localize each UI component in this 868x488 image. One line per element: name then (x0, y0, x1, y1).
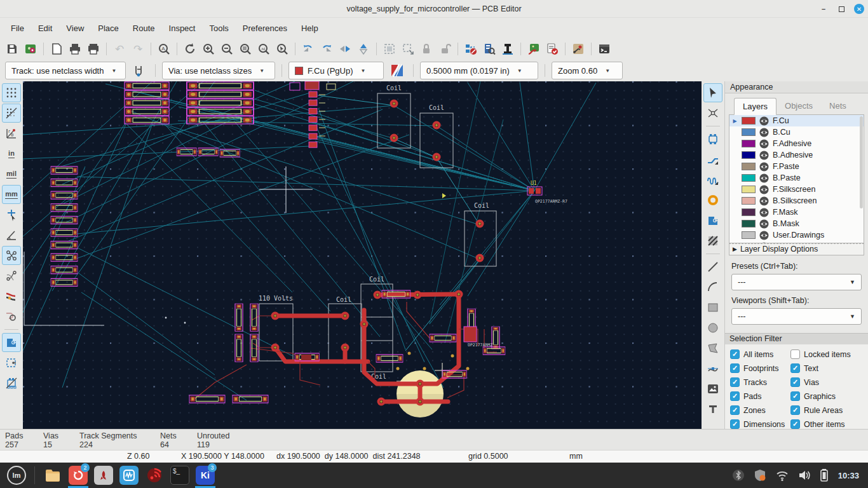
pcb-canvas[interactable]: Coil Coil Coil Coil Coil Coil 110 Volts (23, 81, 702, 429)
undo-icon[interactable]: ↶ (111, 41, 128, 57)
polar-coords-icon[interactable]: rθ (2, 124, 21, 143)
layer-dropdown[interactable]: F.Cu (PgUp)▼ (288, 62, 384, 79)
line-tool-icon[interactable] (703, 257, 722, 276)
layer-row[interactable]: B.Mask (729, 218, 864, 229)
scripting-console-icon[interactable] (596, 41, 613, 57)
layer-color-swatch[interactable] (742, 174, 756, 182)
visibility-eye-icon[interactable] (759, 219, 769, 229)
filter-vias[interactable]: Vias (790, 377, 865, 387)
print-icon[interactable] (67, 41, 83, 57)
track-width-value-dropdown[interactable]: 0.5000 mm (0.0197 in)▼ (420, 62, 538, 79)
place-footprint-icon[interactable] (703, 130, 722, 149)
zoom-selection-icon[interactable] (274, 41, 290, 57)
wifi-icon[interactable] (775, 468, 789, 482)
layer-color-swatch[interactable] (742, 231, 756, 239)
track-width-dropdown[interactable]: Track: use netclass width▼ (5, 62, 126, 79)
checkbox[interactable] (730, 349, 740, 359)
zoom-dropdown[interactable]: Zoom 0.60▼ (552, 62, 623, 79)
visibility-eye-icon[interactable] (759, 173, 769, 183)
spiral-app-icon[interactable] (142, 463, 167, 488)
checkbox[interactable] (790, 349, 800, 359)
via-size-dropdown[interactable]: Via: use netclass sizes▼ (162, 62, 275, 79)
layer-row[interactable]: User.Comments (729, 241, 864, 243)
zoom-in-icon[interactable] (200, 41, 217, 57)
battery-icon[interactable] (820, 468, 830, 482)
close-button[interactable]: ✕ (854, 4, 864, 14)
text-tool-icon[interactable] (703, 400, 722, 419)
layer-row[interactable]: B.Silkscreen (729, 195, 864, 207)
angle-mode-icon[interactable] (2, 226, 21, 245)
presets-dropdown[interactable]: ---▼ (731, 274, 862, 290)
via-tool-icon[interactable] (703, 191, 722, 210)
crosshair-cursor-icon[interactable] (2, 205, 21, 224)
filter-all-items[interactable]: All items (730, 349, 790, 359)
tab-nets[interactable]: Nets (821, 98, 855, 115)
board-setup-icon[interactable] (22, 41, 39, 57)
checkbox[interactable] (730, 391, 740, 401)
layer-color-swatch[interactable] (742, 243, 756, 243)
rotate-cw-icon[interactable] (318, 41, 335, 57)
mint-menu-button[interactable]: lm (4, 463, 29, 488)
checkbox[interactable] (790, 377, 800, 387)
rule-area-icon[interactable] (703, 231, 722, 250)
layer-color-swatch[interactable] (742, 117, 756, 125)
layer-pair-button[interactable] (388, 62, 407, 79)
checkbox[interactable] (730, 377, 740, 387)
visibility-eye-icon[interactable] (759, 185, 769, 194)
menu-help[interactable]: Help (294, 20, 325, 36)
menu-edit[interactable]: Edit (31, 20, 59, 36)
layer-display-options[interactable]: ▶Layer Display Options (729, 243, 864, 255)
visibility-eye-icon[interactable] (759, 208, 769, 217)
zone-outline-icon[interactable] (2, 353, 21, 372)
checkbox[interactable] (790, 363, 800, 373)
layer-row[interactable]: ▶F.Cu (729, 115, 864, 126)
rectangle-tool-icon[interactable] (703, 298, 722, 317)
mirror-vertical-icon[interactable] (355, 41, 372, 57)
filter-locked-items[interactable]: Locked items (790, 349, 865, 359)
route-tracks-icon[interactable] (703, 150, 722, 169)
layer-row[interactable]: F.Adhesive (729, 138, 864, 149)
plot-icon[interactable] (85, 41, 102, 57)
visibility-eye-icon[interactable] (759, 116, 769, 126)
menu-route[interactable]: Route (126, 20, 162, 36)
clock[interactable]: 10:33 (838, 471, 859, 480)
layer-color-swatch[interactable] (742, 163, 756, 170)
zoom-fit-objects-icon[interactable] (255, 41, 272, 57)
layer-color-swatch[interactable] (742, 208, 756, 216)
checkbox[interactable] (790, 419, 800, 429)
layer-row[interactable]: F.Paste (729, 161, 864, 172)
bluetooth-icon[interactable] (732, 469, 745, 482)
via-display-icon[interactable] (2, 307, 21, 326)
track-posture-button[interactable] (130, 62, 149, 79)
unlock-icon[interactable] (437, 41, 453, 57)
footprint-outline-icon[interactable] (2, 374, 21, 393)
filter-zones[interactable]: Zones (730, 405, 790, 415)
layer-list-scrollbar[interactable] (860, 116, 863, 208)
checkbox[interactable] (730, 419, 740, 429)
spline-tool-icon[interactable] (703, 359, 722, 378)
find-icon[interactable]: A (156, 41, 172, 57)
image-tool-icon[interactable] (703, 379, 722, 398)
visibility-eye-icon[interactable] (759, 242, 769, 243)
visibility-eye-icon[interactable] (759, 162, 769, 172)
ungroup-icon[interactable] (400, 41, 416, 57)
filter-rule-areas[interactable]: Rule Areas (790, 405, 865, 415)
units-inches-icon[interactable]: in (2, 144, 21, 163)
layer-color-swatch[interactable] (742, 186, 756, 193)
checkbox[interactable] (730, 405, 740, 415)
tab-objects[interactable]: Objects (776, 98, 821, 115)
ratsnest-icon[interactable] (2, 246, 21, 265)
minimize-button[interactable]: – (818, 4, 829, 14)
redo-icon[interactable]: ↷ (130, 41, 146, 57)
menu-tools[interactable]: Tools (202, 20, 235, 36)
net-inspector-icon[interactable] (481, 41, 498, 57)
filter-dimensions[interactable]: Dimensions (730, 419, 790, 429)
refresh-icon[interactable] (182, 41, 198, 57)
layer-color-swatch[interactable] (742, 197, 756, 205)
viewports-dropdown[interactable]: ---▼ (731, 308, 862, 325)
zone-tool-icon[interactable] (703, 211, 722, 230)
polygon-tool-icon[interactable] (703, 339, 722, 358)
flip-horizontal-icon[interactable] (337, 41, 353, 57)
edit-items-icon[interactable] (463, 41, 479, 57)
rocket-app-icon[interactable] (91, 463, 116, 488)
